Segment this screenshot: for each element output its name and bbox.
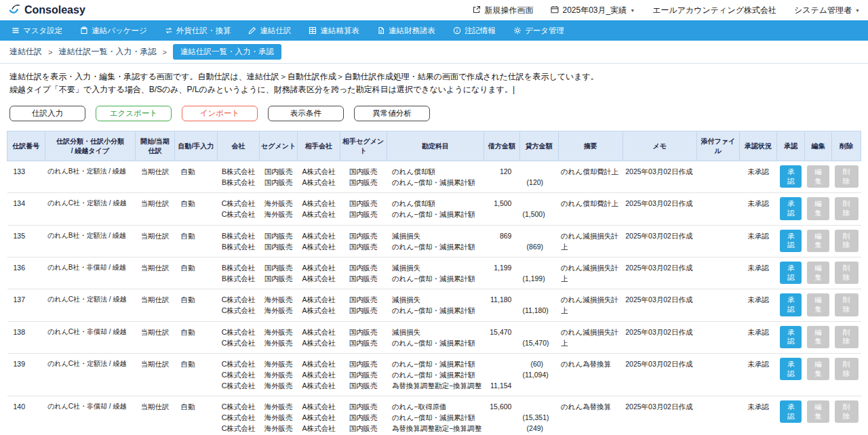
nav-item-financial-statements[interactable]: 連結財務諸表 xyxy=(368,20,444,41)
cell-summary: のれん為替換算 xyxy=(558,396,623,435)
new-window-link[interactable]: 新規操作画面 xyxy=(473,5,533,16)
cell-line: B株式会社 xyxy=(220,241,257,252)
display-conditions-button[interactable]: 表示条件 xyxy=(268,106,344,121)
cell-line xyxy=(487,177,512,188)
delete-button[interactable]: 削除 xyxy=(835,400,859,423)
nav-item-notes[interactable]: 注記情報 xyxy=(444,20,505,41)
delete-button[interactable]: 削除 xyxy=(835,293,859,316)
chevron-down-icon: ▼ xyxy=(855,8,860,13)
delete-button[interactable]: 削除 xyxy=(835,165,859,188)
col-summary: 摘要 xyxy=(558,131,623,161)
cell-attachment xyxy=(697,289,740,321)
import-button[interactable]: インポート xyxy=(182,106,258,121)
cell-attachment xyxy=(697,161,740,193)
period-selector[interactable]: 2025年03月_実績 ▼ xyxy=(551,5,635,16)
cell-line xyxy=(522,401,543,412)
description-line-2: 繰越タイプ「不要」で入力する場合、B/Sのみ、P/Lのみというように、財務諸表区… xyxy=(9,83,859,96)
cell-attachment xyxy=(697,225,740,257)
cell-account: 減損損失のれん−償却・減損累計額 xyxy=(387,257,484,289)
user-menu[interactable]: システム管理者 ▼ xyxy=(794,5,860,16)
nav-item-package[interactable]: 連結パッケージ xyxy=(71,20,156,41)
approve-button[interactable]: 承認 xyxy=(780,293,802,316)
cell-line: A株式会社 xyxy=(300,369,338,380)
cell-segment: 海外販売海外販売 xyxy=(260,193,298,225)
cell-summary: のれん減損損失計上 xyxy=(558,257,623,289)
approve-button[interactable]: 承認 xyxy=(780,262,802,284)
journal-input-button[interactable]: 仕訳入力 xyxy=(9,106,85,121)
cell-delete: 削除 xyxy=(832,225,861,257)
cell-company: C株式会社C株式会社C株式会社 xyxy=(217,396,260,435)
cell-account: のれん−取得原価のれん−償却・減損累計額為替換算調整勘定−換算調整 xyxy=(387,396,484,435)
cell-auto-manual: 自動 xyxy=(174,257,217,289)
cell-line: 国内販売 xyxy=(342,380,384,391)
cell-line: A株式会社 xyxy=(300,241,338,252)
approve-button[interactable]: 承認 xyxy=(780,358,802,380)
cell-line xyxy=(522,230,543,241)
cell-line xyxy=(522,166,543,177)
breadcrumb-current-tab[interactable]: 連結仕訳一覧・入力・承認 xyxy=(173,44,281,60)
delete-button[interactable]: 削除 xyxy=(835,326,859,348)
col-debit: 借方金額 xyxy=(484,131,520,161)
cell-journal-no: 137 xyxy=(7,289,45,321)
delete-button[interactable]: 削除 xyxy=(835,197,859,220)
edit-button[interactable]: 編集 xyxy=(807,293,829,316)
cell-line: のれん−償却・減損累計額 xyxy=(392,412,481,423)
nav-item-data-management[interactable]: データ管理 xyxy=(505,20,573,41)
edit-button[interactable]: 編集 xyxy=(807,326,829,348)
cell-approve: 承認 xyxy=(777,321,804,353)
edit-button[interactable]: 編集 xyxy=(807,197,829,220)
nav-item-label: 連結精算表 xyxy=(320,26,359,36)
nav-item-consolidated-journal[interactable]: 連結仕訳 xyxy=(239,20,300,41)
approve-button[interactable]: 承認 xyxy=(780,326,802,348)
edit-button[interactable]: 編集 xyxy=(807,358,829,380)
approve-button[interactable]: 承認 xyxy=(780,165,802,188)
approve-button[interactable]: 承認 xyxy=(780,197,802,220)
breadcrumb-link-journal[interactable]: 連結仕訳 xyxy=(9,46,42,58)
nav-item-master-settings[interactable]: マスタ設定 xyxy=(3,20,71,41)
edit-button[interactable]: 編集 xyxy=(807,230,829,252)
edit-button[interactable]: 編集 xyxy=(807,165,829,188)
cell-line: 国内販売 xyxy=(262,273,295,284)
cell-company: C株式会社C株式会社 xyxy=(217,289,260,321)
cell-delete: 削除 xyxy=(832,193,861,225)
breadcrumb-link-journal-list[interactable]: 連結仕訳一覧・入力・承認 xyxy=(58,46,156,58)
cell-account: 減損損失のれん−償却・減損累計額 xyxy=(387,225,484,257)
edit-button[interactable]: 編集 xyxy=(807,400,829,423)
cell-credit: (15,351)(249) xyxy=(519,396,558,435)
cell-auto-manual: 自動 xyxy=(174,353,217,396)
cell-line: A株式会社 xyxy=(300,305,338,316)
cell-line: 為替換算調整勘定−換算調整 xyxy=(392,380,481,391)
cell-category: のれんC社・定額法 / 繰越 xyxy=(45,193,136,225)
edit-button[interactable]: 編集 xyxy=(807,262,829,284)
chevron-down-icon: ▼ xyxy=(630,8,635,13)
delete-button[interactable]: 削除 xyxy=(835,230,859,252)
breadcrumb-separator: > xyxy=(48,48,52,56)
cell-line: C株式会社 xyxy=(220,401,257,412)
cell-line: A株式会社 xyxy=(300,198,338,209)
anomaly-analysis-button[interactable]: 異常値分析 xyxy=(354,106,430,121)
approve-button[interactable]: 承認 xyxy=(780,230,802,252)
cell-debit: 1,500 xyxy=(484,193,520,225)
cell-line: A株式会社 xyxy=(300,423,338,434)
table-row: 137のれんC社・定額法 / 繰越当期仕訳自動C株式会社C株式会社海外販売海外販… xyxy=(7,289,861,321)
cell-line: 15,600 xyxy=(487,401,512,412)
export-button[interactable]: エクスポート xyxy=(96,106,172,121)
delete-button[interactable]: 削除 xyxy=(835,262,859,284)
cell-attachment xyxy=(697,321,740,353)
cell-credit: (1,500) xyxy=(519,193,558,225)
cell-line xyxy=(522,198,543,209)
nav-item-foreign-currency[interactable]: 外貨仕訳・換算 xyxy=(156,20,240,41)
cell-line: 海外販売 xyxy=(262,209,295,220)
nav-item-worksheet[interactable]: 連結精算表 xyxy=(300,20,368,41)
cell-segment: 海外販売海外販売 xyxy=(260,289,298,321)
cell-line: 国内販売 xyxy=(342,412,384,423)
cell-period: 当期仕訳 xyxy=(136,225,175,257)
col-attachment: 添付ファイル xyxy=(697,131,740,161)
table-row: 134のれんC社・定額法 / 繰越当期仕訳自動C株式会社C株式会社海外販売海外販… xyxy=(7,193,861,225)
cell-line: 国内販売 xyxy=(342,327,384,337)
delete-button[interactable]: 削除 xyxy=(835,358,859,380)
cell-line: A株式会社 xyxy=(300,209,338,220)
cell-line: 国内販売 xyxy=(342,358,384,369)
approve-button[interactable]: 承認 xyxy=(780,400,802,423)
nav-item-label: マスタ設定 xyxy=(23,26,62,36)
